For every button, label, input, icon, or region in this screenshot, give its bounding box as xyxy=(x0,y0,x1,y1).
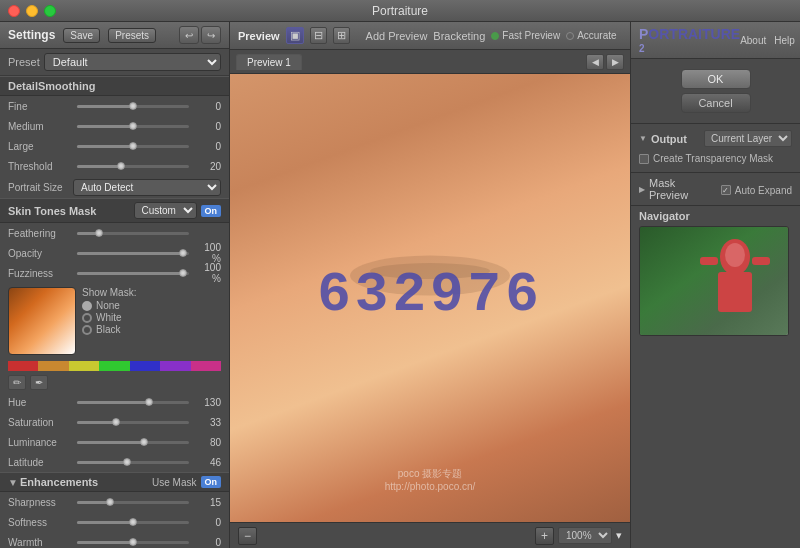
preview-tab-1[interactable]: Preview 1 xyxy=(236,54,302,70)
split-view-btn[interactable]: ⊟ xyxy=(310,27,327,44)
mask-black-radio[interactable] xyxy=(82,325,92,335)
prev-nav-button[interactable]: ◀ xyxy=(586,54,604,70)
add-preview-button[interactable]: Add Preview xyxy=(366,30,428,42)
saturation-slider[interactable] xyxy=(77,421,189,424)
maximize-button[interactable] xyxy=(44,5,56,17)
about-button[interactable]: About xyxy=(740,35,766,46)
dual-view-btn[interactable]: ⊞ xyxy=(333,27,350,44)
undo-button[interactable]: ↩ xyxy=(179,26,199,44)
medium-value: 0 xyxy=(193,121,221,132)
fine-slider[interactable] xyxy=(77,105,189,108)
zoom-plus-button[interactable]: + xyxy=(535,527,554,545)
auto-expand-row: ✓ Auto Expand xyxy=(721,185,792,196)
zoom-dropdown-icon: ▾ xyxy=(616,529,622,542)
preset-select[interactable]: Default xyxy=(44,53,221,71)
brand-area: PORTRAITURE 2 xyxy=(639,26,740,54)
fuzziness-label: Fuzziness xyxy=(8,268,73,279)
threshold-slider[interactable] xyxy=(77,165,189,168)
portrait-size-label: Portrait Size xyxy=(8,182,73,193)
accurate-radio[interactable]: Accurate xyxy=(566,30,616,41)
latitude-label: Latitude xyxy=(8,457,73,468)
mask-option-black[interactable]: Black xyxy=(82,324,136,335)
hue-slider[interactable] xyxy=(77,401,189,404)
ok-button[interactable]: OK xyxy=(681,69,751,89)
large-slider[interactable] xyxy=(77,145,189,148)
param-row-fuzziness: Fuzziness 100 % xyxy=(0,263,229,283)
warmth-value: 0 xyxy=(193,537,221,548)
toolbar-icons: ↩ ↪ xyxy=(179,26,221,44)
preview-nav: ◀ ▶ xyxy=(586,54,624,70)
color-preview-area: Show Mask: None White Black xyxy=(0,283,229,359)
fine-value: 0 xyxy=(193,101,221,112)
enhancements-toggle[interactable]: ▼ xyxy=(8,477,18,488)
save-button[interactable]: Save xyxy=(63,28,100,43)
sharpness-slider[interactable] xyxy=(77,501,189,504)
output-collapse-arrow[interactable]: ▼ xyxy=(639,134,647,143)
close-button[interactable] xyxy=(8,5,20,17)
mask-collapse-arrow[interactable]: ▶ xyxy=(639,185,645,194)
mask-none-radio[interactable] xyxy=(82,301,92,311)
param-row-sharpness: Sharpness 15 xyxy=(0,492,229,512)
large-label: Large xyxy=(8,141,73,152)
preview-label: Preview xyxy=(238,30,280,42)
cancel-button[interactable]: Cancel xyxy=(681,93,751,113)
warmth-slider[interactable] xyxy=(77,541,189,544)
svg-rect-4 xyxy=(718,272,752,312)
medium-slider[interactable] xyxy=(77,125,189,128)
next-nav-button[interactable]: ▶ xyxy=(606,54,624,70)
presets-button[interactable]: Presets xyxy=(108,28,156,43)
fast-preview-radio[interactable]: Fast Preview xyxy=(491,30,560,41)
color-swatch[interactable] xyxy=(8,287,76,355)
navigator-thumbnail xyxy=(639,226,789,336)
param-row-medium: Medium 0 xyxy=(0,116,229,136)
zoom-select[interactable]: 100% 50% 200% Fit xyxy=(558,527,612,544)
param-row-fine: Fine 0 xyxy=(0,96,229,116)
mask-preview-section: ▶ Mask Preview ✓ Auto Expand xyxy=(631,173,800,206)
portrait-size-select[interactable]: Auto Detect xyxy=(73,179,221,196)
create-transparency-checkbox[interactable] xyxy=(639,154,649,164)
luminance-value: 80 xyxy=(193,437,221,448)
param-row-feathering: Feathering xyxy=(0,223,229,243)
fuzziness-slider[interactable] xyxy=(77,272,189,275)
bracketing-button[interactable]: Bracketing xyxy=(433,30,485,42)
feathering-label: Feathering xyxy=(8,228,73,239)
luminance-slider[interactable] xyxy=(77,441,189,444)
output-header: ▼ Output Current Layer New Layer xyxy=(639,130,792,147)
strip-red xyxy=(8,361,38,371)
skin-preset-select[interactable]: Custom xyxy=(134,202,197,219)
help-button[interactable]: Help xyxy=(774,35,795,46)
hue-label: Hue xyxy=(8,397,73,408)
softness-slider[interactable] xyxy=(77,521,189,524)
mask-option-none[interactable]: None xyxy=(82,300,136,311)
navigator-section: Navigator xyxy=(631,206,800,548)
mask-option-white[interactable]: White xyxy=(82,312,136,323)
auto-expand-checkbox[interactable]: ✓ xyxy=(721,185,731,195)
preview-tab-bar: Preview 1 ◀ ▶ xyxy=(230,50,630,74)
threshold-value: 20 xyxy=(193,161,221,172)
single-view-btn[interactable]: ▣ xyxy=(286,27,304,44)
feathering-slider[interactable] xyxy=(77,232,189,235)
param-row-softness: Softness 0 xyxy=(0,512,229,532)
minimize-button[interactable] xyxy=(26,5,38,17)
enhancements-on-badge[interactable]: On xyxy=(201,476,222,488)
fuzziness-value: 100 % xyxy=(193,262,221,284)
enhancements-header: ▼ Enhancements Use Mask On xyxy=(0,472,229,492)
opacity-slider[interactable] xyxy=(77,252,189,255)
latitude-slider[interactable] xyxy=(77,461,189,464)
zoom-control: + 100% 50% 200% Fit ▾ xyxy=(535,527,622,545)
output-layer-select[interactable]: Current Layer New Layer xyxy=(704,130,792,147)
mask-white-radio[interactable] xyxy=(82,313,92,323)
zoom-out-button[interactable]: − xyxy=(238,527,257,545)
svg-point-7 xyxy=(725,243,745,267)
sharpness-label: Sharpness xyxy=(8,497,73,508)
skin-on-badge[interactable]: On xyxy=(201,205,222,217)
saturation-label: Saturation xyxy=(8,417,73,428)
svg-rect-5 xyxy=(700,257,718,265)
main-layout: Settings Save Presets ↩ ↪ Preset Default… xyxy=(0,22,800,548)
eyedropper-add-button[interactable]: ✏ xyxy=(8,375,26,390)
redo-button[interactable]: ↪ xyxy=(201,26,221,44)
eyedropper-remove-button[interactable]: ✒ xyxy=(30,375,48,390)
preview-footer: − + 100% 50% 200% Fit ▾ xyxy=(230,522,630,548)
settings-title: Settings xyxy=(8,28,55,42)
detail-smoothing-title: DetailSmoothing xyxy=(0,76,229,96)
